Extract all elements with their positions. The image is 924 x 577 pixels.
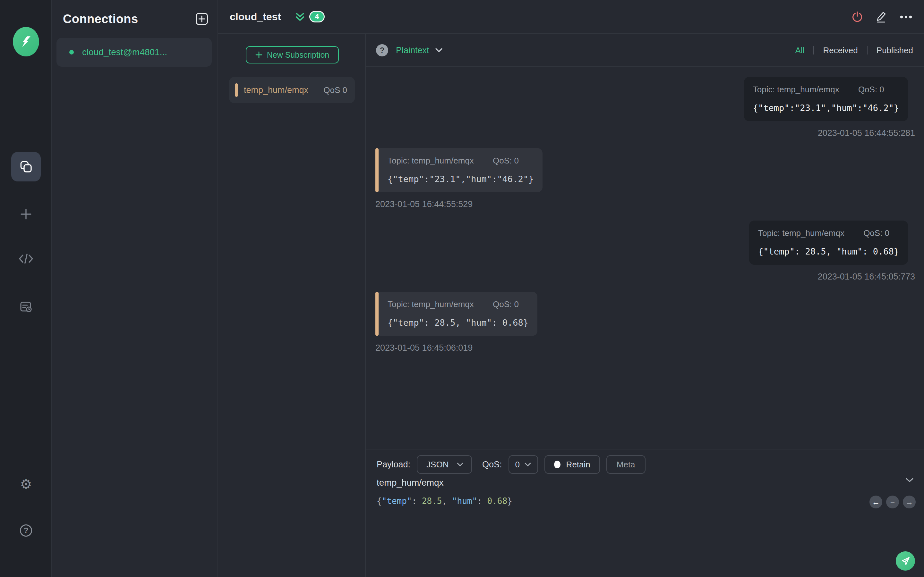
meta-label: Meta [617, 460, 635, 470]
mqttx-bolt-icon [19, 35, 33, 49]
message-timestamp: 2023-01-05 16:45:05:773 [818, 272, 915, 282]
header-actions [850, 0, 914, 34]
chevron-down-icon [457, 462, 464, 467]
active-connection-title: cloud_test [230, 11, 281, 23]
message-meta: Topic: temp_hum/emqx QoS: 0 [388, 300, 528, 309]
connections-active-box [11, 152, 41, 181]
message-published: Topic: temp_hum/emqx QoS: 0 {"temp":"23.… [744, 77, 915, 138]
message-topic: Topic: temp_hum/emqx [388, 156, 474, 165]
message-payload: {"temp": 28.5, "hum": 0.68} [388, 318, 528, 327]
payload-format-select[interactable]: JSON [417, 455, 472, 474]
plus-icon [255, 51, 262, 58]
double-chevron-down-icon [294, 11, 305, 23]
help-icon: ? [20, 524, 32, 537]
connections-title: Connections [63, 12, 138, 26]
message-topic: Topic: temp_hum/emqx [388, 300, 474, 309]
minus-icon: − [890, 498, 895, 507]
filter-all[interactable]: All [795, 45, 804, 55]
message-filters: All Received Published [795, 34, 913, 67]
disconnect-button[interactable] [850, 9, 865, 25]
next-message-button[interactable]: → [903, 496, 916, 508]
message-qos: QoS: 0 [493, 156, 519, 165]
payload-token: "temp" [382, 496, 412, 506]
filter-published[interactable]: Published [877, 45, 913, 55]
topic-input[interactable]: temp_hum/emqx [376, 478, 444, 488]
payload-token: : [477, 496, 487, 506]
gear-icon: ⚙ [20, 478, 32, 491]
meta-button[interactable]: Meta [606, 455, 646, 474]
filter-received[interactable]: Received [823, 45, 858, 55]
message-timestamp: 2023-01-05 16:44:55:281 [818, 128, 915, 138]
sidebar-item-connections[interactable] [0, 152, 52, 181]
message-bubble: Topic: temp_hum/emqx QoS: 0 {"temp":"23.… [744, 77, 908, 121]
retain-toggle[interactable]: Retain [544, 455, 600, 474]
message-payload: {"temp":"23.1","hum":"46.2"} [388, 174, 533, 184]
message-topic: Topic: temp_hum/emqx [758, 228, 845, 238]
add-connection-button[interactable] [196, 13, 208, 25]
unread-count-badge: 4 [309, 11, 325, 23]
qos-label: QoS: [482, 460, 502, 470]
view-format-select[interactable]: Plaintext [396, 34, 443, 67]
mqttx-logo [0, 27, 52, 56]
new-subscription-label: New Subscription [267, 50, 330, 60]
payload-help-icon[interactable]: ? [376, 44, 388, 56]
sidebar-item-script[interactable] [0, 253, 52, 264]
qos-value: 0 [515, 460, 519, 470]
payload-editor[interactable]: {"temp": 28.5, "hum": 0.68} [376, 496, 512, 506]
send-button[interactable] [896, 551, 915, 571]
sidebar-item-help[interactable]: ? [0, 524, 52, 537]
sidebar-item-settings[interactable]: ⚙ [0, 478, 52, 491]
connections-panel: Connections cloud_test@m4801... [52, 0, 218, 577]
log-icon [19, 300, 33, 314]
connection-list-item[interactable]: cloud_test@m4801... [57, 38, 212, 67]
message-received: Topic: temp_hum/emqx QoS: 0 {"temp": 28.… [375, 292, 537, 353]
publish-panel: Payload: JSON QoS: 0 Retain [366, 449, 924, 577]
message-qos: QoS: 0 [863, 228, 889, 238]
connection-header: cloud_test 4 [218, 0, 924, 34]
sidebar-item-new-connection[interactable] [0, 207, 52, 221]
payload-token: } [507, 496, 512, 506]
edit-connection-button[interactable] [874, 9, 889, 25]
pencil-icon [875, 10, 889, 24]
message-qos: QoS: 0 [858, 85, 884, 94]
message-payload: {"temp": 28.5, "hum": 0.68} [758, 247, 899, 256]
history-navigation: ← − → [869, 496, 916, 508]
retain-label: Retain [566, 460, 590, 470]
retain-dot-icon [554, 461, 561, 468]
jump-to-latest-button[interactable] [294, 11, 305, 23]
chevron-down-icon [524, 462, 531, 467]
message-bubble: Topic: temp_hum/emqx QoS: 0 {"temp": 28.… [749, 221, 908, 265]
icon-rail: ⚙ ? [0, 0, 52, 577]
payload-token: "hum" [452, 496, 477, 506]
message-meta: Topic: temp_hum/emqx QoS: 0 [758, 228, 899, 238]
message-payload: {"temp":"23.1","hum":"46.2"} [753, 103, 899, 113]
message-topic: Topic: temp_hum/emqx [753, 85, 839, 94]
message-meta: Topic: temp_hum/emqx QoS: 0 [753, 85, 899, 95]
publish-controls: Payload: JSON QoS: 0 Retain [376, 455, 646, 474]
help-glyph: ? [380, 46, 384, 55]
subscription-item[interactable]: temp_hum/emqx QoS 0 [229, 77, 355, 103]
plus-icon [19, 207, 33, 221]
message-qos: QoS: 0 [493, 300, 519, 309]
view-format-value: Plaintext [396, 45, 429, 55]
power-icon [850, 10, 864, 24]
payload-token: 0.68 [487, 496, 507, 506]
more-options-button[interactable] [898, 9, 914, 25]
message-timestamp: 2023-01-05 16:44:55:529 [375, 199, 473, 210]
message-toolbar: ? Plaintext All Received Published [366, 34, 924, 67]
sidebar-item-log[interactable] [0, 300, 52, 314]
message-bubble: Topic: temp_hum/emqx QoS: 0 {"temp": 28.… [375, 292, 537, 336]
collapse-editor-button[interactable] [905, 478, 914, 483]
new-subscription-button[interactable]: New Subscription [246, 46, 339, 63]
subscription-topic: temp_hum/emqx [244, 85, 309, 95]
send-paper-plane-icon [900, 555, 911, 567]
previous-message-button[interactable]: ← [869, 496, 882, 508]
payload-token: 28.5 [422, 496, 442, 506]
qos-select[interactable]: 0 [509, 455, 538, 474]
message-area: ? Plaintext All Received Published Topic… [366, 34, 924, 577]
clear-history-button[interactable]: − [886, 496, 899, 508]
mqttx-app-window: ⚙ ? Connections cloud_test@m4801... clou… [0, 0, 924, 577]
payload-format-value: JSON [426, 460, 449, 470]
plus-icon [198, 15, 205, 23]
payload-token: , [442, 496, 452, 506]
